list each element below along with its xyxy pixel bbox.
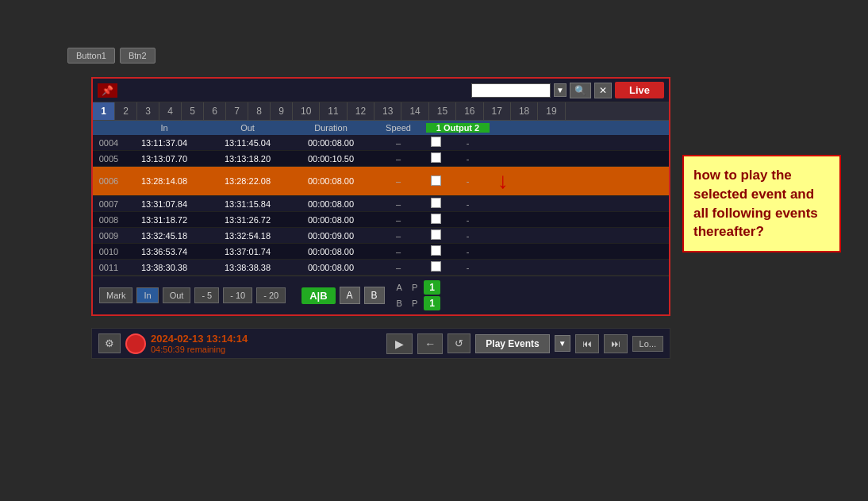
- column-headers: In Out Duration Speed 1 Output 2: [93, 121, 669, 135]
- cell-out: 13:28:22.08: [204, 176, 291, 186]
- tab-15[interactable]: 15: [429, 102, 456, 120]
- num-green-b[interactable]: 1: [424, 296, 440, 310]
- play-events-dropdown[interactable]: ▼: [555, 335, 570, 352]
- cell-checkbox[interactable]: [426, 214, 446, 225]
- play-button[interactable]: ▶: [386, 333, 413, 354]
- cell-checkbox[interactable]: [426, 175, 446, 187]
- minus10-button[interactable]: - 10: [223, 287, 252, 303]
- cell-speed: –: [371, 138, 426, 148]
- skip-back-button[interactable]: ⏮: [575, 334, 599, 353]
- cell-checkbox[interactable]: [426, 245, 446, 257]
- tab-6[interactable]: 6: [204, 102, 226, 120]
- tab-12[interactable]: 12: [348, 102, 374, 120]
- tab-3[interactable]: 3: [137, 102, 159, 120]
- cell-checkbox[interactable]: [426, 198, 446, 210]
- cell-in: 13:31:07.84: [125, 199, 204, 209]
- search-input[interactable]: [471, 83, 551, 98]
- cell-speed: –: [371, 215, 426, 225]
- table-row[interactable]: 0005 13:13:07.70 13:13:18.20 00:00:10.50…: [93, 151, 669, 167]
- live-button[interactable]: Live: [615, 82, 664, 98]
- cell-duration: 00:00:10.50: [291, 154, 371, 164]
- loop-button[interactable]: ↺: [447, 333, 470, 353]
- a-button[interactable]: A: [340, 287, 360, 304]
- time-info: 2024-02-13 13:14:14 04:50:39 remaining: [151, 333, 248, 354]
- tab-7[interactable]: 7: [226, 102, 248, 120]
- cell-out: 13:31:15.84: [204, 199, 291, 209]
- record-button[interactable]: [125, 333, 146, 354]
- main-panel: 📌 ▼ 🔍 ✕ Live 1 2 3 4 5 6 7 8 9 10 11 12 …: [91, 77, 670, 316]
- tab-11[interactable]: 11: [320, 102, 347, 120]
- ab-button[interactable]: A|B: [301, 287, 335, 304]
- col-header-num: [93, 123, 125, 133]
- in-button[interactable]: In: [136, 287, 158, 303]
- table-row[interactable]: 0010 13:36:53.74 13:37:01.74 00:00:08.00…: [93, 244, 669, 260]
- cell-duration: 00:00:08.00: [291, 247, 371, 256]
- settings-button[interactable]: ⚙: [98, 333, 121, 353]
- table-row[interactable]: 0009 13:32:45.18 13:32:54.18 00:00:09.00…: [93, 228, 669, 244]
- minus5-button[interactable]: - 5: [194, 287, 219, 303]
- tab-2[interactable]: 2: [115, 102, 137, 120]
- cell-in: 13:28:14.08: [125, 176, 204, 186]
- toolbar-btn2[interactable]: Btn2: [120, 48, 156, 64]
- col-header-speed: Speed: [371, 123, 426, 133]
- cell-id: 0010: [93, 247, 125, 256]
- tab-1[interactable]: 1: [93, 102, 115, 120]
- back-button[interactable]: ←: [417, 333, 443, 354]
- cell-checkbox[interactable]: [426, 137, 446, 148]
- cell-duration: 00:00:08.00: [291, 215, 371, 225]
- cell-in: 13:11:37.04: [125, 138, 204, 148]
- tab-8[interactable]: 8: [248, 102, 271, 120]
- play-events-button[interactable]: Play Events: [475, 334, 549, 353]
- tab-5[interactable]: 5: [182, 102, 204, 120]
- cell-speed: –: [371, 231, 426, 241]
- col-header-in: In: [125, 123, 204, 133]
- cell-in: 13:38:30.38: [125, 263, 204, 272]
- tab-4[interactable]: 4: [159, 102, 182, 120]
- table-row-selected[interactable]: 0006 13:28:14.08 13:28:22.08 00:00:08.00…: [93, 167, 669, 196]
- skip-forward-button[interactable]: ⏭: [604, 334, 628, 353]
- out-button[interactable]: Out: [163, 287, 191, 303]
- search-dropdown[interactable]: ▼: [554, 83, 567, 97]
- cell-checkbox[interactable]: [426, 261, 446, 273]
- minus20-button[interactable]: - 20: [256, 287, 286, 303]
- cell-id: 0004: [93, 138, 125, 148]
- table-row[interactable]: 0004 13:11:37.04 13:11:45.04 00:00:08.00…: [93, 135, 669, 151]
- cell-duration: 00:00:08.00: [291, 199, 371, 209]
- cell-checkbox[interactable]: [426, 152, 446, 164]
- panel-topbar: 📌 ▼ 🔍 ✕ Live: [93, 79, 669, 102]
- mark-button[interactable]: Mark: [99, 287, 133, 303]
- table-row[interactable]: 0011 13:38:30.38 13:38:38.38 00:00:08.00…: [93, 260, 669, 276]
- arrow-down-icon: ↓: [490, 168, 509, 194]
- log-button[interactable]: Lo...: [632, 336, 663, 352]
- col-header-2: [490, 123, 521, 133]
- tab-9[interactable]: 9: [271, 102, 293, 120]
- cell-id: 0011: [93, 263, 125, 272]
- cell-duration: 00:00:08.00: [291, 138, 371, 148]
- bottom-controls: Mark In Out - 5 - 10 - 20 A|B A B A P 1 …: [93, 276, 669, 314]
- tab-19[interactable]: 19: [538, 102, 565, 120]
- table-row[interactable]: 0008 13:31:18.72 13:31:26.72 00:00:08.00…: [93, 212, 669, 228]
- tab-13[interactable]: 13: [374, 102, 401, 120]
- table-row[interactable]: 0007 13:31:07.84 13:31:15.84 00:00:08.00…: [93, 196, 669, 212]
- pin-icon[interactable]: 📌: [98, 83, 117, 98]
- cell-dash: -: [446, 263, 490, 272]
- cell-speed: –: [371, 154, 426, 164]
- tab-14[interactable]: 14: [401, 102, 428, 120]
- tab-18[interactable]: 18: [511, 102, 538, 120]
- b-button[interactable]: B: [364, 287, 385, 304]
- cell-checkbox[interactable]: [426, 229, 446, 241]
- tab-16[interactable]: 16: [456, 102, 483, 120]
- toolbar-btn1[interactable]: Button1: [67, 48, 115, 64]
- cell-dash: -: [446, 247, 490, 256]
- cell-in: 13:31:18.72: [125, 215, 204, 225]
- num-green-a[interactable]: 1: [424, 280, 440, 295]
- a-row-label: A: [394, 281, 405, 294]
- search-button[interactable]: 🔍: [570, 83, 591, 98]
- tab-10[interactable]: 10: [293, 102, 320, 120]
- col-header-duration: Duration: [291, 123, 371, 133]
- close-button[interactable]: ✕: [594, 83, 612, 98]
- cell-duration: 00:00:08.00: [291, 176, 371, 186]
- cell-speed: –: [371, 247, 426, 256]
- cell-in: 13:13:07.70: [125, 154, 204, 164]
- tab-17[interactable]: 17: [484, 102, 511, 120]
